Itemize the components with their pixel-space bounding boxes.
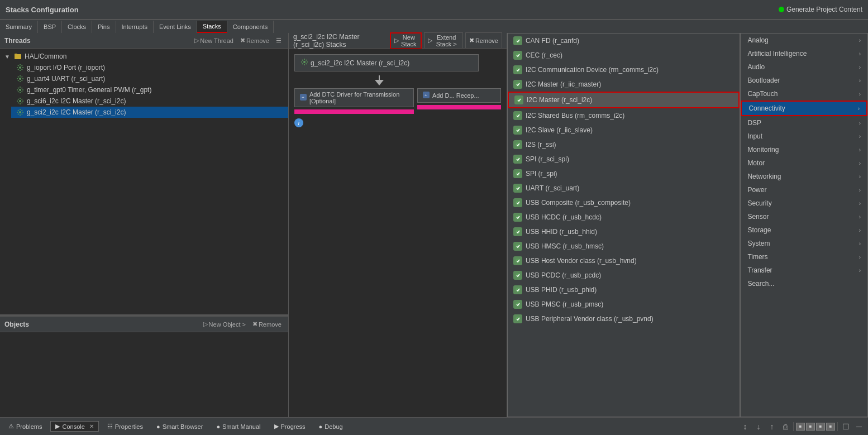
main-stack-block[interactable]: g_sci2_i2c I2C Master (r_sci_i2c) [294, 54, 479, 71]
conn-item-icon-3 [513, 80, 522, 89]
thread-uart[interactable]: g_uart4 UART (r_sci_uart) [11, 73, 288, 84]
threads-remove-button[interactable]: ✖ Remove [238, 36, 271, 45]
new-stack-icon: ▷ [394, 37, 399, 44]
conn-item-14[interactable]: USB HMSC (r_usb_hmsc) [508, 239, 740, 254]
right-menu-item-security[interactable]: Security › [741, 197, 867, 210]
conn-item-15[interactable]: USB Host Vendor class (r_usb_hvnd) [508, 254, 740, 268]
right-menu-item-storage[interactable]: Storage › [741, 223, 867, 237]
status-bar: ⚠ Problems ▶ Console ✕ ☷ Properties ● Sm… [0, 417, 868, 435]
conn-item-3[interactable]: I2C Master (r_iic_master) [508, 77, 740, 92]
threads-menu-button[interactable]: ☰ [274, 36, 284, 45]
thread-sci6-i2c[interactable]: g_sci6_i2c I2C Master (r_sci_i2c) [11, 95, 288, 107]
stacks-remove-button[interactable]: ✖ Remove [465, 32, 502, 49]
conn-item-13[interactable]: USB HHID (r_usb_hhid) [508, 224, 740, 239]
status-tab-progress[interactable]: ▶ Progress [269, 421, 311, 432]
hal-common-node[interactable]: ▼ HAL/Common [0, 51, 288, 62]
new-object-icon: ▷ [203, 321, 208, 328]
conn-item-12[interactable]: USB HCDC (r_usb_hcdc) [508, 210, 740, 224]
tab-clocks[interactable]: Clocks [62, 21, 92, 33]
menu-item-label: Motor [747, 159, 855, 167]
menu-arrow-icon: › [859, 227, 861, 233]
tab-interrupts[interactable]: Interrupts [116, 21, 154, 33]
copy-button[interactable]: ⎙ [780, 421, 791, 432]
status-tab-debug[interactable]: ● Debug [314, 422, 348, 432]
status-tab-smart-manual[interactable]: ● Smart Manual [211, 422, 265, 432]
tab-summary[interactable]: Summary [0, 21, 38, 33]
tab-pins[interactable]: Pins [92, 21, 116, 33]
conn-item-10[interactable]: UART (r_sci_uart) [508, 181, 740, 195]
right-menu-item-dsp[interactable]: DSP › [741, 116, 867, 130]
extend-stack-button[interactable]: ▷ Extend Stack > [424, 32, 462, 49]
info-icon[interactable]: i [294, 118, 303, 127]
driver-block-1[interactable]: + Add DTC Driver for Transmission [Optio… [294, 88, 414, 114]
right-menu-item-audio[interactable]: Audio › [741, 60, 867, 74]
scroll-lock-button[interactable]: ↕ [740, 421, 751, 432]
scroll-up-button[interactable]: ↑ [766, 421, 778, 432]
right-menu-item-artificial-intelligence[interactable]: Artificial Intelligence › [741, 47, 867, 60]
right-menu-item-input[interactable]: Input › [741, 130, 867, 143]
right-menu-item-search...[interactable]: Search... [741, 277, 867, 290]
right-menu-item-monitoring[interactable]: Monitoring › [741, 143, 867, 156]
new-stack-button[interactable]: ▷ New Stack [390, 32, 422, 49]
grid-icon-2[interactable]: ■ [806, 423, 815, 431]
thread-sci2-i2c[interactable]: g_sci2_i2c I2C Master (r_sci_i2c) [11, 107, 288, 118]
menu-item-label: Storage [747, 226, 855, 234]
minimize-button[interactable]: ─ [853, 421, 865, 432]
conn-item-17[interactable]: USB PHID (r_usb_phid) [508, 283, 740, 297]
conn-item-icon-2 [513, 65, 522, 74]
arrow-head [375, 80, 384, 85]
conn-item-19[interactable]: USB Peripheral Vendor class (r_usb_pvnd) [508, 312, 740, 326]
conn-item-18[interactable]: USB PMSC (r_usb_pmsc) [508, 297, 740, 312]
new-thread-button[interactable]: ▷ New Thread [192, 36, 236, 45]
conn-item-11[interactable]: USB Composite (r_usb_composite) [508, 195, 740, 210]
conn-item-0[interactable]: CAN FD (r_canfd) [508, 34, 740, 48]
thread-ioport[interactable]: g_ioport I/O Port (r_ioport) [11, 62, 288, 73]
right-menu-item-connectivity[interactable]: Connectivity › [741, 101, 867, 116]
gear-icon-3 [16, 97, 25, 106]
conn-item-7[interactable]: I2S (r_ssi) [508, 137, 740, 152]
grid-icon-1[interactable]: ■ [796, 423, 805, 431]
menu-arrow-icon: › [859, 64, 861, 70]
conn-item-label-13: USB HHID (r_usb_hhid) [526, 228, 597, 236]
right-menu-item-bootloader[interactable]: Bootloader › [741, 74, 867, 87]
menu-item-label: Networking [747, 173, 855, 180]
grid-icon-3[interactable]: ■ [816, 423, 825, 431]
new-object-button[interactable]: ▷ New Object > [201, 319, 248, 329]
objects-remove-button[interactable]: ✖ Remove [250, 319, 284, 329]
grid-icon-4[interactable]: ■ [826, 423, 835, 431]
tab-bsp[interactable]: BSP [38, 21, 62, 33]
conn-item-6[interactable]: I2C Slave (r_iic_slave) [508, 123, 740, 137]
right-menu-item-analog[interactable]: Analog › [741, 34, 867, 47]
conn-item-1[interactable]: CEC (r_cec) [508, 48, 740, 63]
right-menu-item-sensor[interactable]: Sensor › [741, 210, 867, 223]
right-menu-item-motor[interactable]: Motor › [741, 156, 867, 170]
right-menu-item-networking[interactable]: Networking › [741, 170, 867, 183]
conn-item-8[interactable]: SPI (r_sci_spi) [508, 152, 740, 166]
right-menu-item-system[interactable]: System › [741, 237, 867, 250]
tab-components[interactable]: Components [227, 21, 274, 33]
conn-item-2[interactable]: I2C Communication Device (rm_comms_i2c) [508, 63, 740, 77]
conn-item-4[interactable]: I2C Master (r_sci_i2c) [508, 92, 740, 108]
right-menu-item-transfer[interactable]: Transfer › [741, 264, 867, 277]
status-tab-problems[interactable]: ⚠ Problems [3, 421, 47, 432]
console-close-button[interactable]: ✕ [89, 423, 94, 429]
tab-stacks[interactable]: Stacks [197, 21, 227, 33]
right-menu-item-captouch[interactable]: CapTouch › [741, 87, 867, 101]
menu-arrow-icon: › [859, 147, 861, 153]
maximize-button[interactable]: ☐ [840, 421, 851, 432]
progress-icon: ▶ [274, 423, 279, 430]
conn-item-5[interactable]: I2C Shared Bus (rm_comms_i2c) [508, 108, 740, 123]
status-tab-console[interactable]: ▶ Console ✕ [50, 421, 98, 432]
conn-item-9[interactable]: SPI (r_spi) [508, 166, 740, 181]
right-menu-item-timers[interactable]: Timers › [741, 250, 867, 264]
conn-item-16[interactable]: USB PCDC (r_usb_pcdc) [508, 268, 740, 283]
objects-actions: ▷ New Object > ✖ Remove [201, 319, 284, 329]
tab-event-links[interactable]: Event Links [154, 21, 197, 33]
scroll-end-button[interactable]: ↓ [753, 421, 764, 432]
thread-timer[interactable]: g_timer_gpt0 Timer, General PWM (r_gpt) [11, 84, 288, 95]
driver-block-2[interactable]: + Add D... Recep... [417, 88, 501, 114]
status-tab-smart-browser[interactable]: ● Smart Browser [151, 422, 208, 432]
right-menu-item-power[interactable]: Power › [741, 183, 867, 197]
status-tab-properties[interactable]: ☷ Properties [102, 421, 148, 432]
generate-project-content-button[interactable]: Generate Project Content [779, 6, 862, 13]
